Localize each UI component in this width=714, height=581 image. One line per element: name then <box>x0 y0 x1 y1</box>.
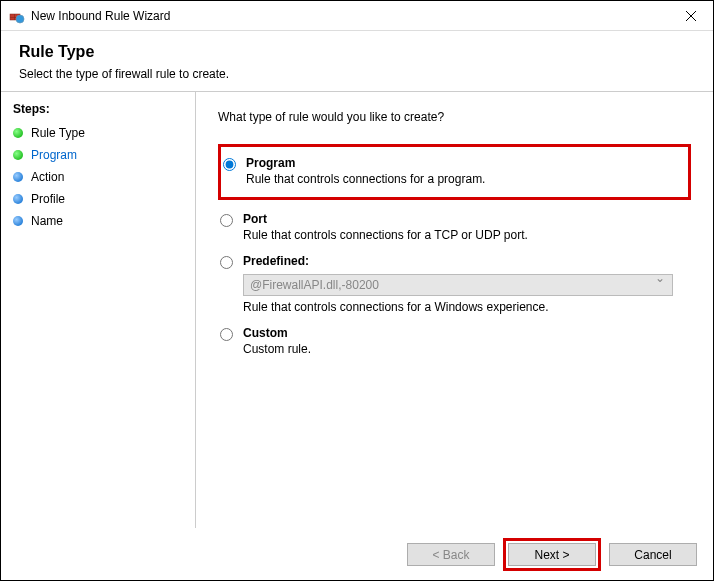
radio-predefined[interactable] <box>220 256 233 269</box>
wizard-body: Steps: Rule Type Program Action Profile … <box>1 92 713 528</box>
step-profile[interactable]: Profile <box>5 188 195 210</box>
highlight-program: Program Rule that controls connections f… <box>218 144 691 200</box>
titlebar: New Inbound Rule Wizard <box>1 1 713 31</box>
wizard-footer: < Back Next > Cancel <box>1 528 713 580</box>
step-label: Rule Type <box>31 126 85 140</box>
page-subtitle: Select the type of firewall rule to crea… <box>19 67 695 81</box>
back-button[interactable]: < Back <box>407 543 495 566</box>
option-custom[interactable]: Custom Custom rule. <box>218 320 691 362</box>
page-title: Rule Type <box>19 43 695 61</box>
close-button[interactable] <box>668 1 713 31</box>
step-name[interactable]: Name <box>5 210 195 232</box>
window-title: New Inbound Rule Wizard <box>31 9 668 23</box>
step-rule-type[interactable]: Rule Type <box>5 122 195 144</box>
wizard-header: Rule Type Select the type of firewall ru… <box>1 31 713 91</box>
option-port-name: Port <box>243 212 691 226</box>
svg-rect-3 <box>14 14 15 20</box>
option-program-desc: Rule that controls connections for a pro… <box>246 172 680 186</box>
option-program-name: Program <box>246 156 680 170</box>
close-icon <box>686 11 696 21</box>
firewall-app-icon <box>9 8 25 24</box>
steps-sidebar: Steps: Rule Type Program Action Profile … <box>1 92 196 528</box>
option-port-desc: Rule that controls connections for a TCP… <box>243 228 691 242</box>
step-bullet-icon <box>13 216 23 226</box>
highlight-next: Next > <box>503 538 601 571</box>
step-label: Profile <box>31 192 65 206</box>
step-bullet-icon <box>13 150 23 160</box>
option-custom-name: Custom <box>243 326 691 340</box>
radio-custom[interactable] <box>220 328 233 341</box>
step-bullet-icon <box>13 172 23 182</box>
step-label: Action <box>31 170 64 184</box>
step-label: Name <box>31 214 63 228</box>
option-predefined[interactable]: Predefined: Rule that controls connectio… <box>218 248 691 314</box>
option-predefined-desc: Rule that controls connections for a Win… <box>243 300 691 314</box>
option-port[interactable]: Port Rule that controls connections for … <box>218 206 691 248</box>
radio-port[interactable] <box>220 214 233 227</box>
predefined-select-wrap <box>243 270 673 300</box>
rule-type-question: What type of rule would you like to crea… <box>218 110 691 124</box>
steps-label: Steps: <box>5 100 195 122</box>
option-program[interactable]: Program Rule that controls connections f… <box>221 150 680 192</box>
predefined-select[interactable] <box>243 274 673 296</box>
option-predefined-name: Predefined: <box>243 254 691 268</box>
step-action[interactable]: Action <box>5 166 195 188</box>
step-bullet-icon <box>13 194 23 204</box>
wizard-main: What type of rule would you like to crea… <box>196 92 713 528</box>
cancel-button[interactable]: Cancel <box>609 543 697 566</box>
step-label: Program <box>31 148 77 162</box>
radio-program[interactable] <box>223 158 236 171</box>
step-program[interactable]: Program <box>5 144 195 166</box>
next-button[interactable]: Next > <box>508 543 596 566</box>
option-custom-desc: Custom rule. <box>243 342 691 356</box>
step-bullet-icon <box>13 128 23 138</box>
